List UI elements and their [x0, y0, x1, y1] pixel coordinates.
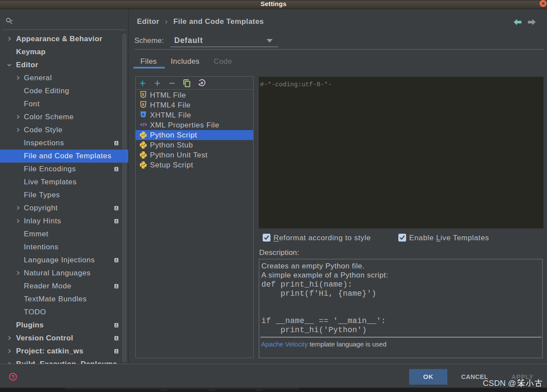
svg-text:5: 5: [142, 92, 145, 97]
svg-text:?: ?: [11, 374, 14, 380]
svg-text:5: 5: [142, 102, 145, 107]
svg-text:</>: </>: [140, 122, 147, 127]
svg-text:5: 5: [142, 112, 145, 117]
